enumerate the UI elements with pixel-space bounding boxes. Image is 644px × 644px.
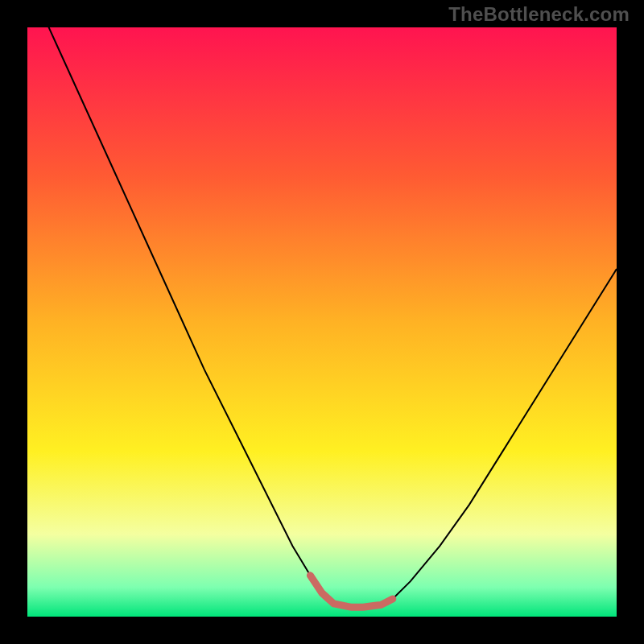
chart-svg <box>27 27 617 617</box>
chart-frame: TheBottleneck.com <box>0 0 644 644</box>
gradient-background <box>27 27 617 617</box>
plot-area <box>27 27 617 617</box>
watermark-text: TheBottleneck.com <box>448 3 630 26</box>
